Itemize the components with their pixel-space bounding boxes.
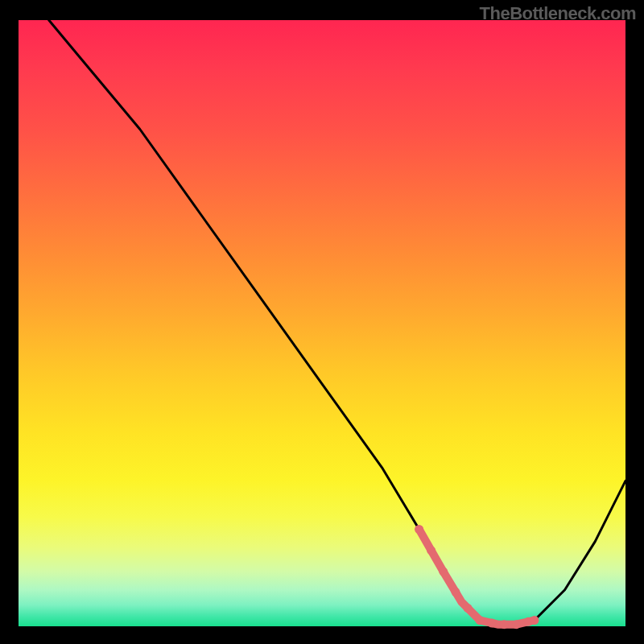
minimum-dot xyxy=(415,525,423,534)
main-curve xyxy=(49,20,625,625)
minimum-dot xyxy=(427,546,436,555)
minimum-dot xyxy=(500,620,509,629)
minimum-dot xyxy=(512,620,521,629)
minimum-dot xyxy=(488,619,497,628)
minimum-dot xyxy=(476,616,485,625)
minimum-dot xyxy=(451,588,460,597)
minimum-dot xyxy=(530,616,539,625)
attribution-label: TheBottleneck.com xyxy=(480,3,636,24)
minimum-band xyxy=(419,530,535,625)
minimum-dot xyxy=(464,604,473,613)
chart-container: TheBottleneck.com xyxy=(0,0,644,644)
minimum-dot xyxy=(439,568,448,576)
plot-overlay xyxy=(19,20,625,626)
